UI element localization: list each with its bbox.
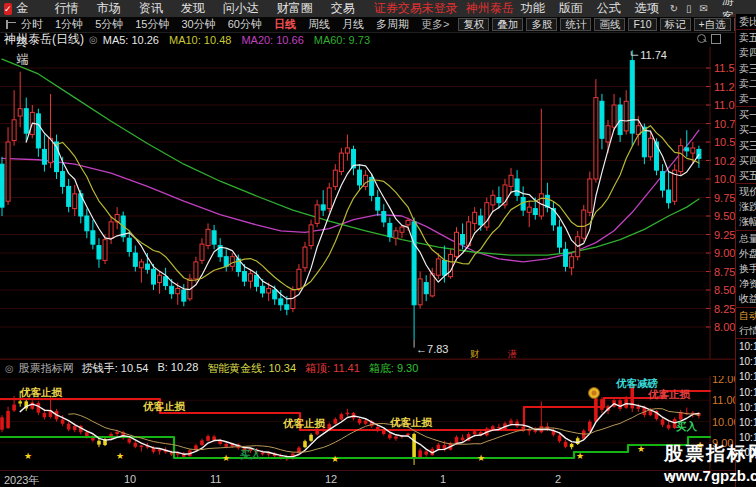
menu-right-item-3[interactable]: 选项 [628,0,666,17]
toolbar-button-5[interactable]: F10 [628,18,656,31]
quote-row-2[interactable]: 卖四 [736,45,756,60]
ma1-label: MA5: 10.26 [103,34,159,46]
band-label: 优客止损 [142,400,186,412]
period-tab-3[interactable]: 15分钟 [129,17,175,32]
chart-text: 11.25 [714,81,735,93]
stock-name-label[interactable]: 神州泰岳 [466,0,514,17]
quote-row-14[interactable]: 总量 [736,231,756,246]
quote-row-13[interactable]: 涨幅 [736,214,756,230]
signal-bar [382,431,386,434]
indicator-dot-icon[interactable]: ◎ [5,363,14,374]
signal-bar [43,413,47,417]
window-layout-icon[interactable] [6,20,8,29]
quote-row-15[interactable]: 外盘 [736,246,756,261]
period-tab-5[interactable]: 60分钟 [222,17,268,32]
quote-row-19[interactable]: 自动 [736,308,756,323]
menu-item-6[interactable]: 交易 [322,0,364,17]
quote-row-0[interactable]: 委比 [736,14,756,30]
quote-row-3[interactable]: 卖三 [736,61,756,76]
signal-bar [424,451,428,454]
signal-bar [73,426,77,430]
menu-right-item-0[interactable]: 功能 [514,0,552,17]
period-tab-7[interactable]: 周线 [302,17,336,32]
watermark-title: 股票指标网 [664,441,756,467]
menu-item-1[interactable]: 市场 [88,0,130,17]
period-bar: 分时1分钟5分钟15分钟30分钟60分钟日线周线月线多周期更多> 复权叠加多股统… [0,17,756,33]
toolbar-button-3[interactable]: 统计 [560,18,591,31]
toolbar-button-2[interactable]: 多股 [526,18,557,31]
chart-text: 11.00 [714,99,735,111]
quote-row-9[interactable]: 买四 [736,153,756,168]
menu-item-5[interactable]: 财富圈 [268,0,322,17]
signal-bar [115,432,119,434]
quote-row-6[interactable]: 买一 [736,107,756,122]
candle [388,223,392,236]
toolbar-button-6[interactable]: 标记 [660,18,691,31]
candle [515,179,519,195]
main-chart-canvas[interactable]: 11.5011.2511.0010.7510.5010.2510.009.759… [0,47,735,360]
quote-row-5[interactable]: 卖一 [736,91,756,107]
event-marker: 潜 [508,349,517,359]
candle [412,222,416,305]
quote-row-12[interactable]: 涨跌 [736,199,756,214]
menu-item-0[interactable]: 行情 [46,0,88,17]
candle [24,109,28,133]
toolbar-button-4[interactable]: 画线 [594,18,625,31]
quote-row-17[interactable]: 净资 [736,276,756,291]
login-status[interactable]: 证券交易未登录 [374,0,458,17]
app-logo-icon[interactable]: ✓ [4,3,12,15]
quote-row-11[interactable]: 现价 [736,184,756,199]
indicator-toggle-icon[interactable]: ◎ [89,34,98,45]
toolbar-button-1[interactable]: 叠加 [492,18,523,31]
quote-row-7[interactable]: 买二 [736,122,756,137]
quote-row-10[interactable]: 买五 [736,168,756,184]
buy-signal-label: 买入 [240,448,262,460]
period-tab-2[interactable]: 5分钟 [89,17,129,32]
mail-icon[interactable]: ✉ [700,3,708,14]
menu-item-3[interactable]: 发现 [172,0,214,17]
period-tab-4[interactable]: 30分钟 [176,17,222,32]
quote-row-1[interactable]: 卖五 [736,30,756,45]
signal-bar [67,424,71,430]
candle [648,138,652,157]
buy-signal-label: 买入 [676,420,698,432]
refresh-icon[interactable]: ↻ [670,3,678,14]
indicator-source-label: 股票指标网 [19,361,74,376]
period-tab-6[interactable]: 日线 [268,17,302,32]
candle [255,275,259,286]
candle [606,126,610,142]
phone-icon[interactable]: ▯ [686,3,692,14]
star-icon: ★ [576,451,584,461]
candle [261,286,265,293]
signal-bar [406,434,410,436]
maximize-icon[interactable] [711,34,721,44]
chart-text: 10.50 [714,136,735,148]
period-tab-10[interactable]: 更多> [415,17,455,32]
menu-item-2[interactable]: 资讯 [130,0,172,17]
menu-right-item-2[interactable]: 公式 [590,0,628,17]
menu-item-4[interactable]: 问小达 [214,0,268,17]
quote-row-20[interactable]: 行情 [736,323,756,339]
search-icon[interactable] [697,34,706,43]
signal-bar [418,450,422,457]
candle [273,290,277,299]
quote-row-16[interactable]: 换手 [736,261,756,276]
toolbar-button-0[interactable]: 复权 [458,18,489,31]
period-tab-9[interactable]: 多周期 [370,17,415,32]
candle [461,235,465,245]
menu-right-item-1[interactable]: 版面 [552,0,590,17]
quote-row-18[interactable]: 收益 [736,291,756,307]
candle [170,286,174,293]
period-tab-0[interactable]: 分时 [15,17,49,32]
sub-chart-canvas[interactable]: 12.0011.0010.009.00★★★★★★★★优客止损优客止损优客止损优… [0,376,735,470]
toolbar-button-7[interactable]: +自选 [694,18,731,31]
quote-row-8[interactable]: 买三 [736,138,756,153]
signal-bar [200,440,204,445]
period-tab-8[interactable]: 月线 [336,17,370,32]
signal-bar [261,452,265,454]
candle [424,283,428,294]
candle [61,172,65,187]
quote-row-4[interactable]: 卖二 [736,76,756,91]
period-tab-1[interactable]: 1分钟 [49,17,89,32]
candle [12,120,16,141]
